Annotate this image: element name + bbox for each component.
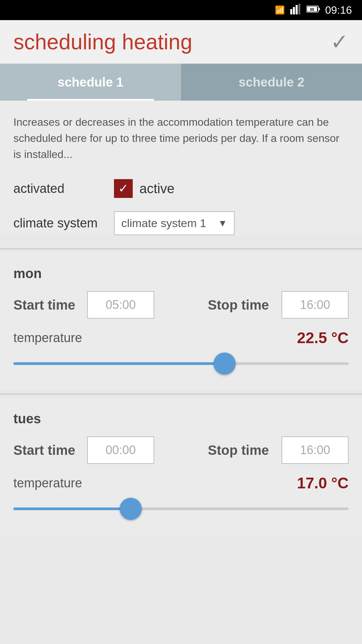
tues-slider-thumb[interactable] [120,498,142,520]
activated-row: activated ✓ active [13,179,349,198]
signal-icon [290,4,301,16]
active-label: active [139,181,175,196]
tabs-container: schedule 1 schedule 2 [0,64,362,101]
svg-rect-1 [293,7,295,14]
mon-slider-thumb[interactable] [214,353,236,375]
tues-stop-time-input[interactable]: 16:00 [282,436,349,464]
mon-stop-time-input[interactable]: 16:00 [282,291,349,319]
confirm-button[interactable]: ✓ [330,30,349,54]
tues-stop-time-label: Stop time [208,443,275,458]
status-bar: 📶 88 09:16 [0,0,362,20]
climate-system-select[interactable]: climate system 1 ▼ [114,211,235,235]
checkmark-icon: ✓ [118,181,128,196]
tues-start-time-label: Start time [13,443,80,458]
svg-rect-5 [318,8,320,10]
dropdown-arrow-icon: ▼ [218,218,227,229]
divider-mon [0,249,362,249]
climate-system-row: climate system climate system 1 ▼ [13,211,349,235]
tues-temp-value: 17.0 °C [297,474,349,492]
day-section-tues: tues Start time 00:00 Stop time 16:00 te… [0,398,362,536]
mon-slider[interactable] [13,354,349,374]
tab-schedule2[interactable]: schedule 2 [181,64,362,101]
tues-slider-track [13,507,349,510]
mon-temp-value: 22.5 °C [297,329,349,347]
activated-label: activated [13,181,114,196]
tues-slider-fill [13,507,131,510]
days-container: mon Start time 05:00 Stop time 16:00 tem… [0,249,362,536]
mon-stop-time-group: Stop time 16:00 [161,291,349,319]
svg-rect-0 [290,9,292,14]
tues-start-time-input[interactable]: 00:00 [87,436,154,464]
active-checkbox[interactable]: ✓ [114,179,133,198]
bluetooth-icon: 📶 [275,5,285,15]
climate-system-value: climate system 1 [121,217,215,230]
tab-schedule1[interactable]: schedule 1 [0,64,181,101]
day-label-tues: tues [13,411,349,426]
mon-start-time-label: Start time [13,298,80,313]
tues-stop-time-group: Stop time 16:00 [161,436,349,464]
mon-temp-row: temperature 22.5 °C [13,329,349,347]
day-label-mon: mon [13,266,349,281]
mon-slider-track [13,362,349,365]
divider-tues [0,394,362,394]
climate-system-label: climate system [13,216,114,230]
page-title: scheduling heating [13,30,192,54]
tues-time-row: Start time 00:00 Stop time 16:00 [13,436,349,464]
svg-text:88: 88 [310,7,314,11]
mon-slider-fill [13,362,225,365]
battery-icon: 88 [306,5,320,15]
svg-rect-2 [296,5,298,14]
app-bar: scheduling heating ✓ [0,20,362,64]
time-display: 09:16 [325,4,352,16]
day-section-mon: mon Start time 05:00 Stop time 16:00 tem… [0,253,362,390]
tues-slider[interactable] [13,499,349,519]
mon-start-time-input[interactable]: 05:00 [87,291,154,319]
description-text: Increases or decreases in the accommodat… [13,114,349,162]
mon-stop-time-label: Stop time [208,298,275,313]
main-content: Increases or decreases in the accommodat… [0,101,362,235]
tues-temp-label: temperature [13,476,82,490]
mon-time-row: Start time 05:00 Stop time 16:00 [13,291,349,319]
active-checkbox-group: ✓ active [114,179,175,198]
svg-rect-3 [298,4,300,14]
tues-temp-row: temperature 17.0 °C [13,474,349,492]
mon-temp-label: temperature [13,331,82,345]
